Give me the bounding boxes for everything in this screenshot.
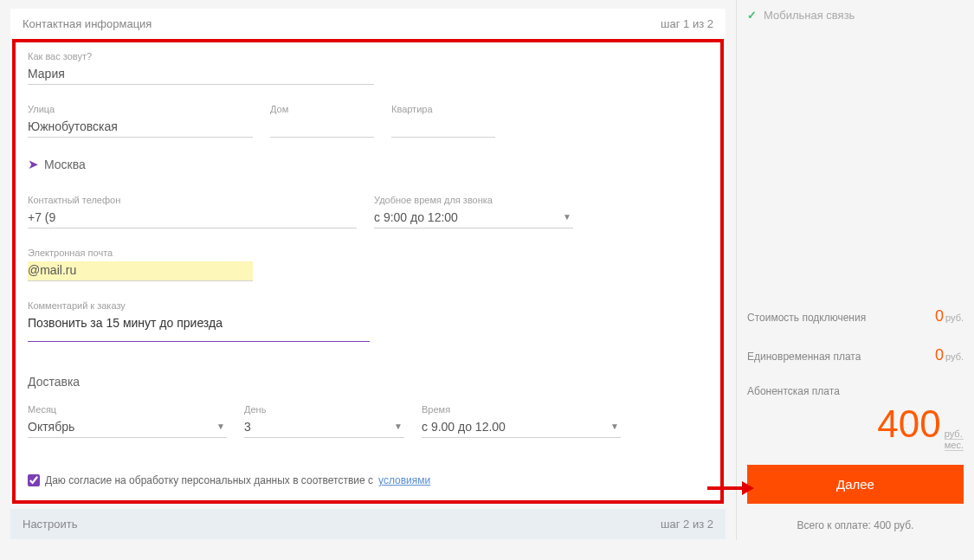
day-select[interactable]: 3: [244, 418, 404, 438]
next-button[interactable]: Далее: [747, 465, 964, 504]
phone-input[interactable]: [28, 209, 357, 229]
city-row[interactable]: ➤ Москва: [28, 157, 708, 172]
name-input[interactable]: [28, 65, 374, 85]
monthly-fee-label: Абонентская плата: [747, 385, 840, 397]
connection-cost-label: Стоимость подключения: [747, 312, 866, 324]
comment-input[interactable]: [28, 314, 370, 342]
summary-top-label: Мобильная связь: [764, 9, 855, 22]
email-input[interactable]: [28, 261, 253, 281]
step-indicator-2: шаг 2 из 2: [661, 518, 713, 531]
apt-input[interactable]: [391, 118, 495, 138]
consent-text: Даю согласие на обработку персональных д…: [45, 474, 373, 486]
page-title: Контактная информация: [23, 17, 152, 30]
configure-title: Настроить: [23, 518, 78, 531]
step-indicator-1: шаг 1 из 2: [661, 17, 713, 30]
day-label: День: [244, 404, 404, 415]
time-select[interactable]: с 9.00 до 12.00: [422, 418, 621, 438]
contact-form: Как вас зовут? Улица Дом Квартира: [12, 39, 724, 504]
month-label: Месяц: [28, 404, 227, 415]
time-label: Время: [422, 404, 621, 415]
city-value: Москва: [44, 158, 86, 171]
rub-per-month-unit: руб. мес.: [945, 428, 964, 451]
consent-link[interactable]: условиями: [378, 474, 430, 486]
rub-unit: руб.: [945, 351, 964, 362]
consent-checkbox[interactable]: [28, 474, 40, 486]
onetime-fee-label: Единовременная плата: [747, 351, 861, 363]
email-label: Электронная почта: [28, 248, 253, 258]
total-label: Всего к оплате: 400 руб.: [747, 519, 964, 531]
onetime-fee-value: 0: [935, 346, 944, 364]
name-label: Как вас зовут?: [28, 51, 374, 61]
calltime-select[interactable]: с 9:00 до 12:00: [374, 209, 573, 229]
phone-label: Контактный телефон: [28, 195, 357, 205]
delivery-title: Доставка: [28, 375, 708, 389]
month-select[interactable]: Октябрь: [28, 418, 227, 438]
house-input[interactable]: [270, 118, 374, 138]
arrow-annotation: [707, 480, 754, 495]
contact-header: Контактная информация шаг 1 из 2: [10, 9, 726, 39]
comment-label: Комментарий к заказу: [28, 300, 370, 311]
location-icon: ➤: [28, 157, 39, 172]
check-icon: ✓: [747, 9, 757, 22]
configure-panel-header[interactable]: Настроить шаг 2 из 2: [10, 509, 726, 539]
calltime-label: Удобное время для звонка: [374, 195, 573, 205]
summary-sidebar: ✓ Мобильная связь Стоимость подключения …: [736, 0, 974, 540]
connection-cost-value: 0: [935, 307, 944, 325]
house-label: Дом: [270, 104, 374, 114]
apt-label: Квартира: [391, 104, 495, 114]
street-input[interactable]: [28, 118, 253, 138]
rub-unit: руб.: [945, 312, 964, 323]
street-label: Улица: [28, 104, 253, 114]
monthly-fee-value: 400: [877, 402, 940, 446]
